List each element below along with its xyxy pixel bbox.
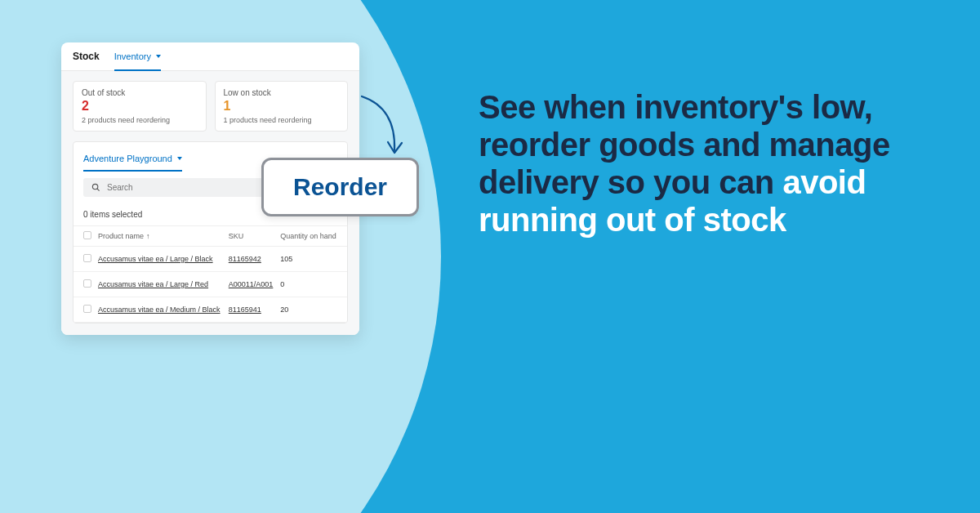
summary-cards: Out of stock 2 2 products need reorderin… — [61, 71, 359, 141]
sort-ascending-icon: ↑ — [146, 232, 150, 240]
card-title: Low on stock — [224, 88, 340, 97]
sku-link[interactable]: 81165942 — [225, 247, 277, 272]
quantity-value: 20 — [277, 297, 347, 323]
product-name-link[interactable]: Accusamus vitae ea / Large / Red — [95, 272, 225, 297]
table-row[interactable]: Accusamus vitae ea / Medium / Black 8116… — [74, 297, 347, 323]
product-name-link[interactable]: Accusamus vitae ea / Medium / Black — [95, 297, 225, 323]
row-checkbox[interactable] — [83, 279, 91, 288]
products-table: Product name↑ SKU Quantity on hand Accus… — [74, 225, 347, 323]
chevron-down-icon — [177, 157, 182, 160]
topbar: Stock Inventory — [61, 42, 359, 71]
svg-point-0 — [92, 184, 97, 189]
row-checkbox[interactable] — [83, 305, 91, 313]
sku-link[interactable]: 81165941 — [225, 297, 277, 323]
col-product-name[interactable]: Product name↑ — [95, 226, 225, 247]
reorder-label: Reorder — [293, 173, 387, 200]
card-count: 1 — [224, 99, 340, 114]
filter-dropdown[interactable]: Adventure Playground — [83, 154, 182, 172]
marketing-headline: See when inventory's low, reorder goods … — [479, 88, 948, 239]
card-low-on-stock[interactable]: Low on stock 1 1 products need reorderin… — [215, 81, 349, 132]
quantity-value: 105 — [277, 247, 347, 272]
product-name-link[interactable]: Accusamus vitae ea / Large / Black — [95, 247, 225, 272]
row-checkbox[interactable] — [83, 254, 91, 262]
filter-label: Adventure Playground — [83, 154, 172, 163]
tab-inventory[interactable]: Inventory — [114, 51, 161, 71]
search-icon — [91, 183, 100, 192]
sku-link[interactable]: A00011/A001 — [225, 272, 277, 297]
reorder-button[interactable]: Reorder — [261, 158, 419, 216]
page-title: Stock — [73, 51, 100, 62]
card-subtext: 1 products need reordering — [224, 116, 340, 124]
table-row[interactable]: Accusamus vitae ea / Large / Black 81165… — [74, 247, 347, 272]
col-quantity[interactable]: Quantity on hand — [277, 226, 347, 247]
card-subtext: 2 products need reordering — [82, 116, 198, 124]
card-out-of-stock[interactable]: Out of stock 2 2 products need reorderin… — [73, 81, 207, 132]
callout-arrow-icon — [355, 91, 412, 165]
quantity-value: 0 — [277, 272, 347, 297]
card-title: Out of stock — [82, 88, 198, 97]
col-sku[interactable]: SKU — [225, 226, 277, 247]
tab-label: Inventory — [114, 51, 151, 61]
svg-line-1 — [97, 189, 100, 191]
table-row[interactable]: Accusamus vitae ea / Large / Red A00011/… — [74, 272, 347, 297]
card-count: 2 — [82, 99, 198, 114]
chevron-down-icon — [156, 55, 161, 58]
select-all-checkbox[interactable] — [83, 231, 91, 239]
